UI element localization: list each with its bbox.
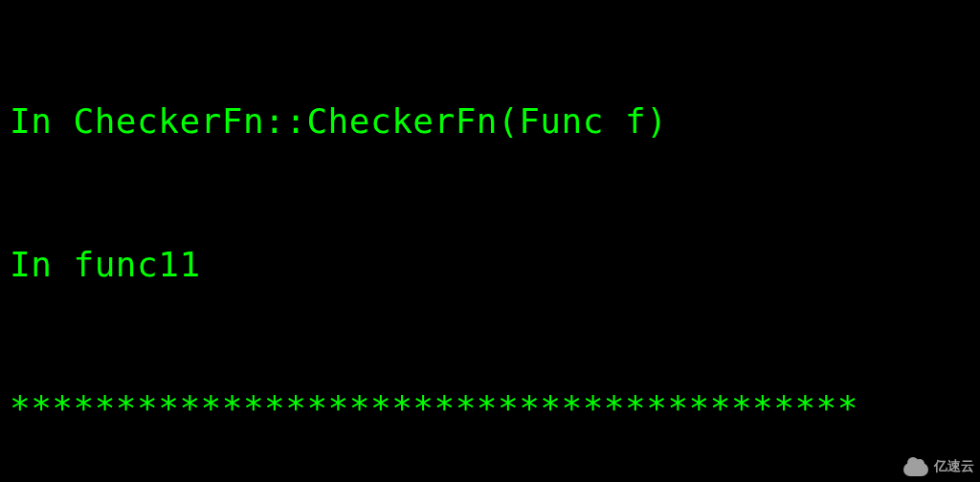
terminal-output: In CheckerFn::CheckerFn(Func f) In func1…: [0, 0, 980, 482]
terminal-line: In CheckerFn::CheckerFn(Func f): [10, 98, 970, 145]
terminal-line: In func11: [10, 241, 970, 289]
terminal-line: ****************************************: [10, 384, 970, 432]
watermark-text: 亿速云: [934, 458, 974, 475]
cloud-icon: [902, 457, 930, 476]
watermark: 亿速云: [902, 457, 974, 476]
